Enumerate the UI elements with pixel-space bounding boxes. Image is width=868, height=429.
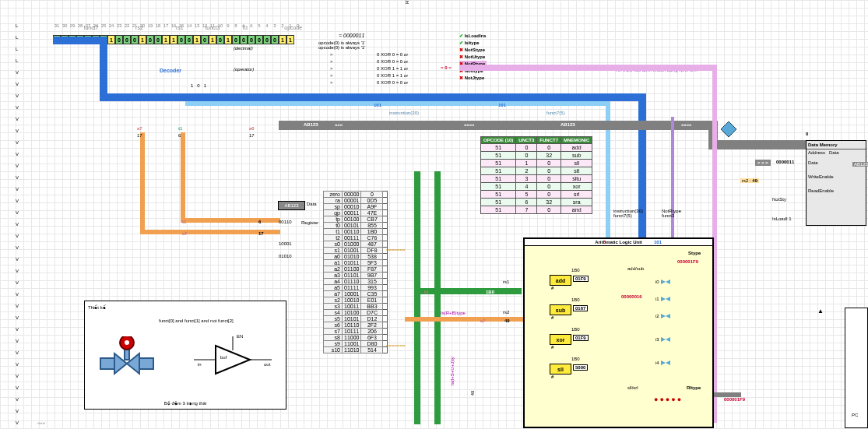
t1-bin: 00110 [279, 220, 292, 224]
a7-val: 17 [137, 133, 142, 138]
en-label: EN [237, 334, 243, 339]
alu-stype: Stype [688, 251, 701, 255]
alu-sllsrl: sll/srl [627, 385, 638, 390]
mux-1b0: 1B0 [483, 290, 497, 294]
mem-we: WriteEnable [807, 170, 866, 184]
mux-rs2: rs2 [503, 310, 509, 315]
svg-marker-1 [666, 280, 670, 284]
design-panel: Thiết kế funct[0] and funct[1] and not f… [84, 301, 286, 410]
wire-green-v2 [434, 171, 441, 424]
register-file: Register zero000000ra000010D5sp00010A9Fg… [323, 191, 388, 353]
t2-bin: 01010 [279, 254, 292, 258]
pc-label: PC [852, 413, 858, 417]
decoder-label: Decoder [160, 68, 181, 73]
svg-marker-7 [666, 337, 670, 342]
wire-pink [459, 65, 716, 71]
t1-val: 6 [178, 133, 181, 138]
panel-title: Thiết kế [85, 301, 286, 313]
wire-green-v [414, 171, 420, 424]
mem-re: ReadEnable [807, 184, 866, 198]
mux-49: 49 [504, 318, 510, 323]
svg-marker-21 [721, 121, 736, 137]
bus-a7: a7 [182, 231, 188, 236]
svg-marker-8 [661, 360, 666, 365]
wire-gray-bus [279, 121, 715, 130]
bus-t1: t1 [182, 220, 186, 224]
mem-notsty: NotSty [772, 197, 786, 202]
label-t1: t1 [178, 126, 182, 131]
wire-orange-rs2 [405, 317, 536, 322]
svg-point-16 [125, 340, 129, 345]
label-101-a: 101 [374, 103, 381, 107]
svg-marker-2 [661, 297, 666, 301]
bus-arr-b: «««« [464, 122, 474, 127]
alu-title: Arithmatic Logic Unit [525, 239, 712, 246]
alu-addsub: add/sub [627, 266, 644, 271]
bus-ab123-b: AB123 [561, 122, 575, 127]
alu-dots: ●●●●● [654, 396, 683, 403]
a0-val: 17 [249, 133, 255, 138]
label-101-b: 101 [498, 103, 506, 107]
label-a7: a7 [137, 126, 142, 131]
mux-other: Is(I+S+U+J)ty [450, 357, 455, 385]
a7-bin: 10001 [279, 241, 292, 246]
mem-ab: AB123 [852, 162, 868, 167]
alu-ops: 1B0add01F9#1B0sub0167#1B0xor01F9#1B0sll5… [550, 275, 571, 393]
label-funct75: funct7(5) [546, 111, 565, 115]
bus-arr-a: ««« [335, 122, 343, 127]
mem-title: Data Memory [807, 141, 866, 149]
mem-addr: Address [808, 150, 825, 155]
bus-arr-c: «««« [681, 122, 691, 127]
alu-101: 101 [654, 240, 662, 244]
encoding: = 0000011 [339, 33, 364, 38]
mux-arrow: ======= [386, 343, 406, 348]
operator-label: (operator) [234, 67, 254, 72]
mem-rs2v: 49 [752, 178, 757, 183]
panel-caption: Bộ đệm 3 trạng thái [85, 400, 286, 406]
ab123-data: AB123 [278, 201, 305, 210]
mux-is: Is(R+B)type [441, 311, 466, 315]
svg-marker-4 [661, 314, 666, 318]
mem-bus-arrows: > > > [755, 160, 771, 166]
reg-label: Register [301, 220, 318, 225]
alu-out-hex: 000001F9 [724, 397, 745, 402]
mem-data-h: Data [829, 150, 839, 155]
svg-rect-10 [100, 358, 114, 369]
panel-logic: funct[0] and funct[1] and not funct[2] [159, 318, 234, 323]
instr30-lbl: instruction(30)funct7(5) [613, 209, 643, 218]
left-letter-col: LLLLVVVVVVVVVVVVVVVVVVVVVVVVVVVVVVV [16, 23, 19, 429]
svg-marker-6 [661, 337, 666, 342]
out-label: out [264, 362, 270, 367]
arrows-left: ««« [37, 420, 45, 425]
mem-addr-hex: 0000011 [776, 160, 794, 164]
wire-orange-v [140, 132, 145, 234]
bus-ab123-a: AB123 [304, 122, 318, 127]
data-memory: Data Memory Address Data Data WriteEnabl… [806, 140, 866, 226]
in-label: in [198, 362, 202, 367]
col-v2: 1 [204, 83, 206, 88]
wire-orange-v2 [181, 132, 185, 222]
mux-49v: 49 [470, 391, 475, 396]
mux-rs1: rs1 [503, 280, 509, 284]
bus-a7v: 17 [258, 231, 264, 236]
pc-box [845, 308, 868, 428]
flag-list: ✔ IsLoadIns✔ IsItype✖ NotStype✖ NotUtype… [459, 33, 487, 82]
wire-cyan [185, 101, 610, 106]
diamond-node-icon [720, 121, 737, 138]
alu-rtype: RItype [687, 385, 701, 390]
wire-orange-h2 [181, 218, 280, 223]
wire-gray-h2 [708, 140, 817, 149]
bus-t1v: 6 [258, 220, 261, 224]
mux-arrow2: ======= [386, 248, 406, 252]
svg-marker-5 [666, 314, 670, 318]
decode-table: OPCODE (10)UNCT3FUNCT7MNEMONIC5100add510… [480, 136, 592, 214]
buffer-icon [194, 336, 279, 383]
up-arrow-icon: ▲ [817, 308, 824, 315]
wire-blue-v1 [100, 37, 107, 99]
notr-funct3: NotRtypefunct3 [662, 209, 681, 218]
mux-t1: t1 [424, 290, 428, 294]
alu-0: 0 [603, 240, 606, 244]
rtype-ma-label: RTYPE_MA [405, 0, 409, 4]
buf-label: buf [220, 355, 227, 360]
valve-icon [99, 336, 155, 386]
